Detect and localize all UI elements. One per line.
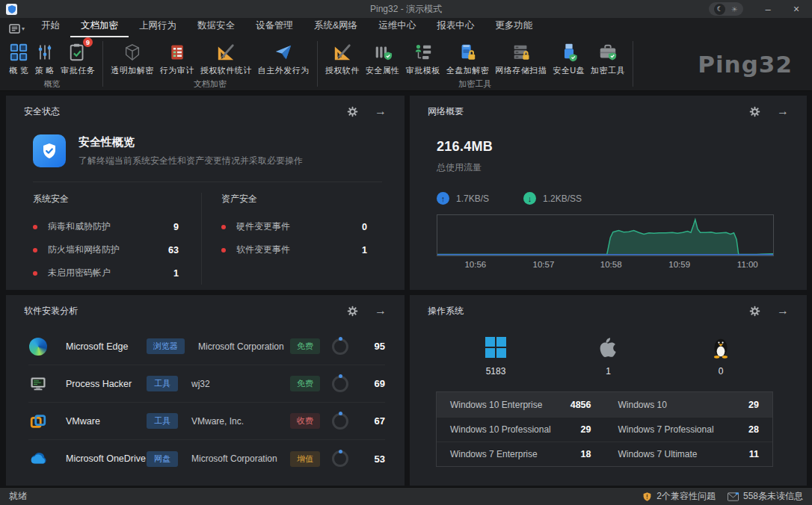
table-row[interactable]: Windows 7 Enterprise18 Windows 7 Ultimat…: [437, 442, 772, 466]
app-menu-icon[interactable]: ▾: [9, 24, 25, 34]
red-dot-icon: [33, 225, 37, 229]
tab-web-behavior[interactable]: 上网行为: [129, 19, 187, 37]
moon-icon[interactable]: ☾: [714, 4, 725, 15]
gear-icon[interactable]: [347, 306, 358, 317]
compat-issues[interactable]: 2个兼容性问题: [642, 490, 716, 503]
metric-label: 未启用密码帐户: [48, 267, 111, 279]
panel-title: 安全状态: [24, 105, 60, 118]
ribbon-item-network-storage-scan[interactable]: 网络存储扫描: [492, 40, 550, 77]
software-row[interactable]: Microsoft OneDrive 网盘 Microsoft Corporat…: [28, 440, 385, 477]
ribbon-item-security-attrs[interactable]: 安全属性: [363, 40, 403, 77]
software-vendor: Microsoft Corporation: [191, 453, 290, 464]
section-title: 资产安全: [221, 193, 367, 205]
ribbon-item-encrypt-tools[interactable]: 加密工具: [588, 40, 628, 77]
security-shield-icon: [33, 134, 66, 167]
red-dot-icon: [221, 248, 226, 252]
network-traffic-chart[interactable]: [437, 214, 774, 256]
software-vendor: VMware, Inc.: [191, 416, 290, 427]
menubar: ▾ 开始 文档加密 上网行为 数据安全 设备管理 系统&网络 运维中心 报表中心…: [0, 18, 812, 37]
tab-start[interactable]: 开始: [31, 19, 70, 37]
tab-device-mgmt[interactable]: 设备管理: [245, 19, 304, 37]
ribbon-item-behavior-audit[interactable]: 行为审计: [157, 40, 197, 77]
ribbon-item-secure-usb[interactable]: 安全U盘: [550, 40, 588, 77]
gear-icon[interactable]: [749, 106, 760, 117]
os-version-name: Windows 7 Ultimate: [618, 449, 698, 459]
ribbon-item-label: 加密工具: [591, 65, 625, 76]
os-platform-windows[interactable]: 5183: [479, 335, 513, 377]
red-dot-icon: [33, 271, 37, 276]
metric-value: 1: [362, 245, 367, 255]
software-row[interactable]: VMware 工具 VMware, Inc. 收费 67: [28, 403, 385, 440]
panel-title: 操作系统: [428, 305, 464, 317]
arrow-right-icon[interactable]: →: [375, 305, 387, 317]
chart-tick-label: 10:58: [600, 260, 622, 269]
unread-messages[interactable]: 558条未读信息: [728, 490, 803, 503]
tab-system-network[interactable]: 系统&网络: [304, 19, 368, 37]
table-row[interactable]: Windows 10 Enterprise4856 Windows 1029: [437, 392, 772, 417]
os-count: 0: [719, 366, 724, 377]
close-button[interactable]: ×: [782, 0, 811, 18]
ribbon-item-overview[interactable]: 概 览: [6, 40, 32, 77]
chart-tick-label: 10:59: [668, 260, 690, 269]
mail-icon: [728, 492, 739, 501]
ribbon-item-self-outgoing[interactable]: 自主外发行为: [255, 40, 313, 77]
arrow-right-icon[interactable]: →: [375, 105, 387, 117]
os-version-name: Windows 10 Enterprise: [450, 400, 542, 410]
security-metric-row[interactable]: 硬件变更事件 0: [221, 215, 367, 238]
ribbon-item-authorized-software-stats[interactable]: 授权软件统计: [197, 40, 255, 77]
app-window: Ping32 - 演示模式 ☾ ☀ – × ▾ 开始 文档加密 上网行为 数据安…: [0, 0, 812, 505]
ribbon-item-fulldisk-encrypt[interactable]: 全盘加解密: [443, 40, 493, 77]
score-ring: [332, 338, 348, 355]
ribbon-group-overview: 概 览 策 略 9 审批任务 概览: [3, 37, 101, 90]
sun-icon[interactable]: ☀: [731, 5, 738, 13]
tab-doc-encrypt[interactable]: 文档加密: [70, 19, 129, 37]
ribbon-item-policy[interactable]: 策 略: [32, 40, 58, 77]
upload-arrow-icon: ↑: [437, 192, 449, 205]
metric-value: 9: [173, 222, 179, 232]
software-row[interactable]: Process Hacker 工具 wj32 免费 69: [28, 365, 385, 403]
metric-label: 软件变更事件: [236, 244, 290, 256]
metric-label: 病毒和威胁防护: [48, 220, 111, 233]
tab-ops-center[interactable]: 运维中心: [368, 19, 426, 37]
ribbon-group-encrypt-tools: 授权软件 安全属性 审批模板: [319, 37, 631, 90]
os-platform-linux[interactable]: 0: [704, 335, 738, 377]
ribbon: 概 览 策 略 9 审批任务 概览: [0, 37, 812, 91]
tab-report-center[interactable]: 报表中心: [426, 19, 485, 37]
software-name: VMware: [66, 416, 147, 427]
security-metric-row[interactable]: 软件变更事件 1: [221, 238, 367, 261]
gear-icon[interactable]: [749, 306, 760, 317]
software-vendor: Microsoft Corporation: [198, 341, 290, 352]
minimize-button[interactable]: –: [754, 0, 782, 18]
tab-data-security[interactable]: 数据安全: [187, 19, 245, 37]
fence-shield-icon: [373, 40, 393, 64]
windows-logo-icon: [485, 335, 507, 359]
grid-icon: [9, 40, 28, 64]
os-platform-apple[interactable]: 1: [591, 335, 626, 377]
arrow-right-icon[interactable]: →: [777, 105, 789, 117]
ribbon-separator: [102, 41, 103, 87]
download-arrow-icon: ↓: [523, 192, 536, 205]
chart-tick-label: 10:57: [533, 260, 555, 269]
ribbon-item-label: 策 略: [35, 65, 55, 76]
panel-title: 网络概要: [428, 105, 464, 118]
os-version-count: 11: [749, 449, 759, 459]
software-score: 67: [364, 415, 385, 427]
table-row[interactable]: Windows 10 Professional29 Windows 7 Prof…: [437, 417, 772, 442]
security-metric-row[interactable]: 病毒和威胁防护 9: [33, 215, 179, 238]
theme-toggle[interactable]: ☾ ☀: [709, 2, 743, 16]
gear-icon[interactable]: [347, 106, 358, 117]
download-rate: ↓ 1.2KB/SS: [523, 192, 582, 205]
tab-more-features[interactable]: 更多功能: [485, 19, 543, 37]
software-row[interactable]: Microsoft Edge 浏览器 Microsoft Corporation…: [28, 328, 385, 365]
os-version-count: 18: [581, 449, 591, 459]
onedrive-icon: [28, 449, 48, 468]
ribbon-item-authorized-software[interactable]: 授权软件: [322, 40, 363, 77]
security-metric-row[interactable]: 未启用密码帐户 1: [33, 261, 179, 285]
ribbon-item-approval-tasks[interactable]: 9 审批任务: [58, 40, 98, 77]
ribbon-item-approval-template[interactable]: 审批模板: [403, 40, 443, 77]
ribbon-item-transparent-encrypt[interactable]: 透明加解密: [108, 40, 157, 77]
security-metric-row[interactable]: 防火墙和网络防护 63: [33, 238, 179, 261]
red-dot-icon: [221, 225, 226, 229]
total-traffic-value: 216.4MB: [437, 139, 807, 155]
arrow-right-icon[interactable]: →: [777, 305, 789, 317]
